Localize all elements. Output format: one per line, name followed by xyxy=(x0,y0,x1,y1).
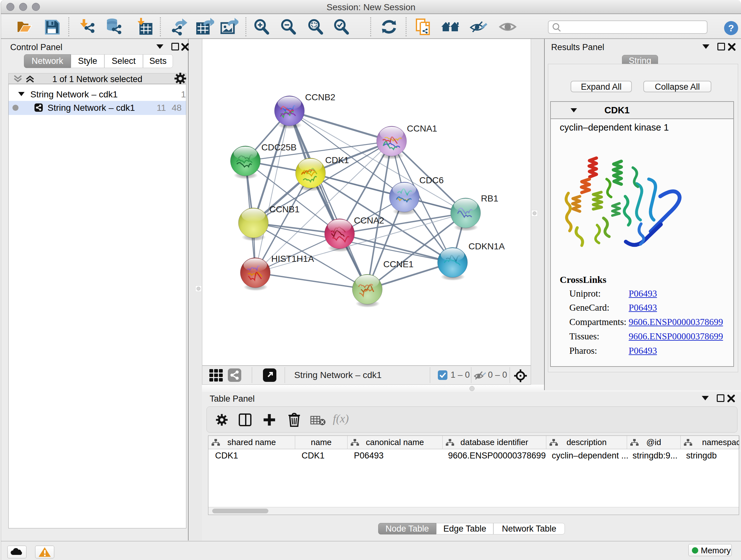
svg-text:CDKN1A: CDKN1A xyxy=(468,241,505,251)
svg-text:HIST1H1A: HIST1H1A xyxy=(271,254,314,264)
svg-text:CDK1: CDK1 xyxy=(325,155,349,165)
svg-text:CCNA1: CCNA1 xyxy=(407,124,437,133)
svg-text:CDC6: CDC6 xyxy=(419,175,444,185)
svg-text:RB1: RB1 xyxy=(481,193,498,203)
svg-text:CCNB2: CCNB2 xyxy=(305,92,335,102)
svg-text:CCNB1: CCNB1 xyxy=(269,204,300,214)
svg-text:CCNE1: CCNE1 xyxy=(383,259,414,269)
svg-text:CCNA2: CCNA2 xyxy=(354,215,384,226)
svg-text:CDC25B: CDC25B xyxy=(261,142,296,152)
